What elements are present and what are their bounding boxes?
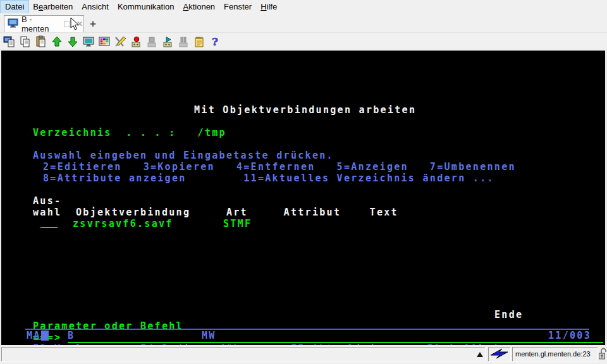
session-monitor-icon — [8, 18, 18, 30]
pause-macro-button[interactable] — [175, 34, 191, 49]
receive-file-button[interactable] — [64, 34, 80, 49]
security-unlocked-icon[interactable] — [598, 347, 607, 364]
stop-macro-icon — [145, 35, 158, 48]
tabbar: B - menten ✕ + — [0, 13, 607, 32]
copy-screen-icon — [3, 35, 16, 48]
paste-button[interactable] — [33, 34, 49, 49]
oia-session-id: B — [68, 331, 75, 341]
mouse-cursor — [70, 17, 80, 33]
keyboard-mapping-icon — [114, 35, 126, 48]
pause-macro-icon — [177, 35, 190, 48]
oia-cursor-block — [41, 331, 49, 341]
play-macro-button[interactable] — [159, 34, 175, 49]
copy-screen-button[interactable] — [1, 34, 17, 49]
menu-aktionen[interactable]: Aktionen — [179, 1, 220, 13]
oia-system-indicator: MA — [27, 331, 41, 341]
copy-icon — [19, 35, 32, 48]
options-line-1: 2=Editieren 3=Kopieren 4=Entfernen 5=Anz… — [43, 162, 516, 172]
scratch-pad-button[interactable] — [191, 34, 207, 49]
send-file-icon — [51, 35, 63, 48]
play-macro-icon — [161, 35, 174, 48]
directory-line: Verzeichnis . . . : /tmp — [33, 128, 226, 138]
column-header-1: Aus- — [33, 196, 61, 206]
display-session-icon — [82, 35, 95, 48]
receive-file-icon — [66, 35, 79, 48]
object-link-row: zsvrsavf6.savf STMF — [73, 219, 252, 229]
statusbar: menten.gl.menten.de:23 — [0, 345, 607, 364]
menu-datei[interactable]: Datei — [1, 1, 28, 13]
color-mapping-icon — [98, 35, 111, 48]
menu-ansicht[interactable]: Ansicht — [77, 1, 113, 13]
session-tab-label: B - menten — [21, 15, 58, 33]
host-address: menten.gl.menten.de:23 — [515, 350, 591, 358]
new-tab-button[interactable]: + — [86, 17, 100, 31]
stop-macro-button[interactable] — [144, 34, 159, 49]
help-button[interactable]: ? — [207, 34, 223, 49]
record-macro-icon — [130, 35, 142, 48]
menu-kommunikation[interactable]: Kommunikation — [113, 1, 179, 13]
screen-title: Mit Objektverbindungen arbeiten — [194, 105, 416, 115]
svg-text:?: ? — [212, 35, 218, 48]
send-file-button[interactable] — [49, 34, 64, 49]
paste-icon — [35, 35, 47, 48]
instruction-line: Auswahl eingeben und Eingabetaste drücke… — [33, 150, 334, 161]
connection-status-panel — [488, 347, 511, 361]
menu-fenster[interactable]: Fenster — [219, 1, 256, 13]
copy-button[interactable] — [17, 34, 33, 49]
host-address-panel: menten.gl.menten.de:23 — [512, 347, 598, 361]
terminal-screen[interactable]: Mit Objektverbindungen arbeiten Verzeich… — [0, 51, 607, 345]
menu-bearbeiten[interactable]: Bearbeiten — [28, 1, 77, 13]
color-mapping-button[interactable] — [96, 34, 112, 49]
display-session-button[interactable] — [80, 34, 96, 49]
toolbar: ? — [0, 32, 607, 51]
options-line-2: 8=Attribute anzeigen 11=Aktuelles Verzei… — [43, 173, 494, 183]
oia-message-wait: MW — [202, 331, 216, 341]
connection-icon — [489, 348, 510, 360]
end-marker: Ende — [494, 310, 523, 320]
scratch-pad-icon — [193, 35, 205, 48]
menu-hilfe[interactable]: Hilfe — [256, 1, 281, 13]
emulator-window: Datei Bearbeiten Ansicht Kommunikation A… — [0, 0, 607, 364]
selection-input[interactable] — [40, 227, 58, 228]
status-message-area — [1, 347, 486, 361]
menubar: Datei Bearbeiten Ansicht Kommunikation A… — [0, 0, 607, 13]
keyboard-mapping-button[interactable] — [112, 34, 128, 49]
oia-cursor-position: 11/003 — [548, 331, 591, 341]
oia-separator — [25, 329, 589, 330]
help-icon: ? — [209, 35, 221, 48]
column-header-2: wahl Objektverbindung Art Attribut Text — [33, 207, 398, 217]
message-expand-triangle[interactable] — [477, 352, 483, 357]
record-macro-button[interactable] — [128, 34, 144, 49]
